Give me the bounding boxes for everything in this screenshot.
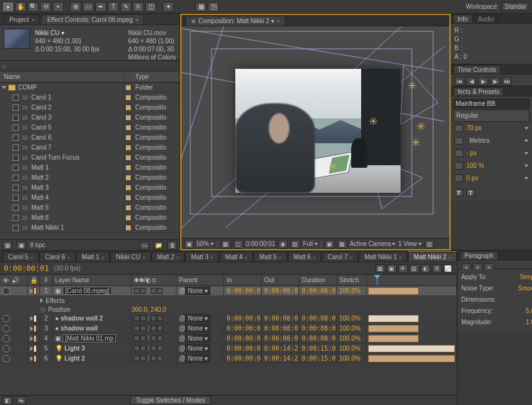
timeline-tab[interactable]: Matt 6× (288, 252, 321, 262)
pickwhip-icon[interactable]: @ (179, 345, 185, 352)
label-swatch[interactable] (125, 195, 131, 201)
project-item[interactable]: Carol 3Compositio (0, 113, 180, 123)
checkbox[interactable] (13, 105, 19, 111)
project-item[interactable]: Matt 5Compositio (0, 203, 180, 213)
parent-dropdown[interactable]: None ▾ (185, 314, 210, 322)
next-frame-icon[interactable]: ▶ (490, 77, 500, 86)
label-swatch[interactable] (125, 205, 131, 211)
selection-icon[interactable]: ▸ (3, 2, 14, 12)
playhead-indicator[interactable] (377, 275, 377, 285)
bpc-label[interactable]: 8 bpc (30, 242, 45, 249)
project-item[interactable]: Matt Nikki 1Compositio (0, 223, 180, 233)
italic-icon[interactable] (466, 189, 475, 197)
resolution-dropdown[interactable]: Full (303, 240, 318, 247)
label-swatch[interactable] (125, 215, 131, 221)
camera-dropdown[interactable]: Active Camera (350, 240, 396, 247)
timeline-tab[interactable]: Matt Nikki 2× (408, 252, 457, 262)
project-item-list[interactable]: COMPFolderCarol 1CompositioCarol 2Compos… (0, 83, 180, 239)
col-av[interactable]: 👁 🔊 (0, 275, 28, 285)
zoom-dropdown[interactable]: 50% (197, 240, 214, 247)
layer-row[interactable]: 5💡Light 3/@ None ▾0:00:00:000:00:14:290:… (0, 344, 457, 354)
current-timecode[interactable]: 0:00:00:01 (0, 264, 49, 273)
chevron-down-icon[interactable] (524, 127, 528, 130)
project-item[interactable]: Carol Turn FocusCompositio (0, 153, 180, 163)
light-gizmo-icon[interactable] (414, 120, 427, 133)
project-item[interactable]: Matt 3Compositio (0, 183, 180, 193)
label-swatch[interactable] (125, 105, 131, 111)
timeline-tab[interactable]: Matt 2× (151, 252, 185, 262)
project-item[interactable]: Carol 5Compositio (0, 123, 180, 133)
folder-row[interactable]: COMPFolder (0, 83, 180, 93)
layer-bar[interactable] (368, 355, 455, 362)
layer-bar[interactable] (368, 325, 419, 332)
hand-icon[interactable]: ✋ (15, 2, 26, 12)
rotate-icon[interactable]: ⟲ (40, 2, 51, 12)
layer-bar[interactable] (368, 287, 419, 295)
timeline-tab[interactable]: Matt 1× (76, 252, 110, 262)
timeline-tab[interactable]: Carol 5× (3, 252, 39, 262)
label-swatch[interactable] (33, 325, 37, 332)
timeline-tab[interactable]: Matt Nikki 1× (359, 252, 407, 262)
mask-icon[interactable]: ◫ (233, 240, 243, 249)
label-swatch[interactable] (125, 185, 131, 191)
project-item[interactable]: Carol 1Compositio (0, 93, 180, 103)
viewer-time[interactable]: 0:00:00:01 (246, 240, 275, 247)
layer-row[interactable]: 4▣[Matt Nikki 01.mp/@ None ▾0:00:00:000:… (0, 334, 457, 344)
tab-paragraph[interactable]: Paragraph (460, 251, 498, 260)
char-property-row[interactable]: Metrics (453, 135, 529, 147)
checkbox[interactable] (13, 175, 19, 181)
chevron-down-icon[interactable] (524, 177, 528, 180)
label-swatch[interactable] (33, 345, 37, 352)
project-item[interactable]: Matt 4Compositio (0, 193, 180, 203)
play-icon[interactable]: ▶ (478, 77, 488, 86)
motion-blur-icon[interactable]: ◐ (421, 264, 431, 273)
checkbox[interactable] (13, 195, 19, 201)
label-swatch[interactable] (125, 145, 131, 151)
twirl-icon[interactable] (40, 298, 43, 303)
col-out[interactable]: Out (262, 275, 299, 285)
clone-icon[interactable]: ⎘ (133, 2, 144, 12)
char-property-row[interactable]: 100 % (453, 160, 529, 172)
checkbox[interactable] (13, 95, 19, 101)
frame-blend-icon[interactable]: ▥ (409, 264, 419, 273)
eye-icon[interactable] (3, 345, 10, 352)
folder-icon[interactable]: ▣ (16, 241, 26, 250)
tab-effects-presets[interactable]: fects & Presets (453, 87, 504, 96)
label-swatch[interactable] (125, 135, 131, 141)
rect-icon[interactable]: ▭ (83, 2, 94, 12)
parent-dropdown[interactable]: None ▾ (185, 334, 210, 342)
grid-icon[interactable]: ▦ (221, 240, 231, 249)
layer-bar[interactable] (368, 345, 455, 352)
position-subrow[interactable]: ◷ Position360.0, 240.0 (0, 305, 457, 314)
parent-dropdown[interactable]: None ▾ (185, 354, 210, 362)
col-in[interactable]: In (224, 275, 262, 285)
layer-row[interactable]: 6💡Light 2/@ None ▾0:00:00:000:00:14:290:… (0, 354, 457, 364)
parent-dropdown[interactable]: None ▾ (185, 324, 210, 332)
col-layer-name[interactable]: Layer Name (53, 275, 131, 285)
checkbox[interactable] (13, 115, 19, 121)
col-stretch[interactable]: Stretch (337, 275, 367, 285)
chevron-down-icon[interactable] (524, 152, 528, 155)
comp-canvas[interactable] (182, 26, 449, 238)
layer-row[interactable]: 3●shadow wall/@ None ▾0:00:00:000:00:08:… (0, 324, 457, 334)
col-color[interactable]: 🔒 (28, 275, 40, 285)
layer-row[interactable]: 1▣[Carol 08.mpeg]/@ None ▾0:00:00:000:00… (0, 286, 457, 296)
chevron-down-icon[interactable] (524, 140, 528, 142)
twirl-icon[interactable] (2, 86, 7, 89)
project-item[interactable]: Matt 2Compositio (0, 173, 180, 183)
layer-row[interactable]: 2●shadow wall 2/@ None ▾0:00:00:000:00:0… (0, 314, 457, 324)
font-style-dropdown[interactable]: Regular (453, 110, 529, 122)
pen-icon[interactable]: ✒ (95, 2, 106, 12)
zoom-icon[interactable]: 🔍 (28, 2, 39, 12)
clip-name[interactable]: Nikki CU ▾ (35, 29, 100, 37)
project-item[interactable]: Matt 1Compositio (0, 163, 180, 173)
shy-icon[interactable]: 👁 (398, 264, 408, 273)
pickwhip-icon[interactable]: @ (179, 315, 185, 322)
project-item[interactable]: Carol 6Compositio (0, 133, 180, 143)
checkbox[interactable] (13, 155, 19, 161)
eye-icon[interactable] (3, 325, 10, 332)
wiggly-property-row[interactable]: Apply To:Temp (461, 272, 532, 283)
eraser-icon[interactable]: ◫ (145, 2, 156, 12)
effects-search-input[interactable] (453, 99, 529, 108)
chevron-down-icon[interactable] (524, 165, 528, 167)
